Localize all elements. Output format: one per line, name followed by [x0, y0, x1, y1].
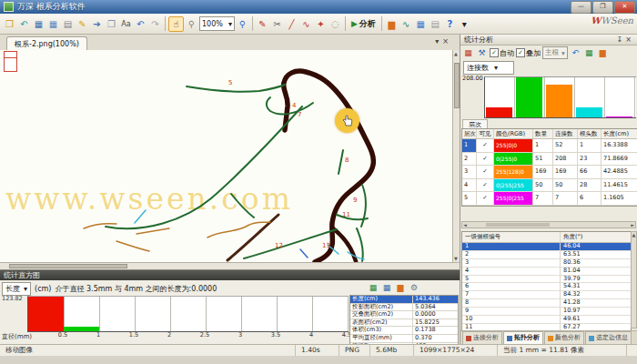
save-icon[interactable]: ▦ — [32, 17, 46, 31]
export-icon[interactable]: ➔ — [90, 17, 104, 31]
table-icon[interactable]: ▦ — [414, 17, 428, 31]
curve-tool-icon[interactable]: ∿ — [299, 17, 313, 31]
text-tool-icon[interactable]: Aa — [119, 17, 133, 31]
undo-icon[interactable]: ↶ — [134, 17, 147, 31]
level-table-row[interactable]: 3 ✓ 255|128|0 169 169 66 42.4885 — [462, 166, 637, 179]
chart-icon[interactable]: ▆ — [395, 282, 406, 293]
panel-vertical-scrollbar[interactable]: ▲ — [631, 231, 637, 329]
tab-close-icon[interactable]: × — [442, 37, 452, 46]
panel-horizontal-scrollbar[interactable]: ◄ ► — [461, 221, 636, 228]
annotate-icon[interactable]: ✎ — [76, 17, 89, 31]
chart-icon[interactable]: ▆ — [597, 47, 609, 59]
app-window: 万深 根系分析软件 — ❐ ✕ ❐ ↶ ▦ ▦ ▤ ✎ ➔ ❐ Aa ↶ ↷ ☝… — [0, 0, 637, 364]
color-swatch: 0|255|255 — [494, 179, 533, 192]
close-button[interactable]: ✕ — [614, 1, 635, 14]
bar-chart-icon[interactable]: ▆ — [385, 17, 399, 31]
angle-table-row[interactable]: 146.04 — [462, 243, 631, 251]
tab-topology-analysis[interactable]: 拓扑分析 — [503, 331, 543, 344]
status-dimensions: 1099×1775×24 — [414, 345, 498, 356]
root-type-combo[interactable]: 主根▾ — [542, 46, 568, 59]
copy-icon[interactable]: ❐ — [105, 17, 118, 31]
cut-icon[interactable]: ✂ — [270, 17, 284, 31]
open-icon[interactable]: ❐ — [3, 17, 16, 31]
settings-gear-icon[interactable]: ⚙ — [409, 282, 420, 293]
mark-tool-icon[interactable]: ✦ — [314, 17, 328, 31]
scroll-down-icon[interactable]: ▼ — [454, 256, 458, 261]
pencil-icon[interactable]: ✎ — [256, 17, 269, 31]
angle-table-row[interactable]: 263.51 — [462, 251, 631, 259]
window-bottom-edge — [0, 356, 637, 364]
chart-metric-combo[interactable]: 连接数 ▾ — [463, 61, 514, 75]
legend-icon[interactable]: ▦ — [462, 47, 474, 59]
stats-row[interactable]: 体积(cm3)0.1738 — [350, 327, 458, 335]
fine-root-blue — [300, 249, 308, 258]
zoom-out-icon[interactable]: ⚲ — [185, 17, 198, 31]
auto-checkbox[interactable]: ✓自动 — [490, 48, 514, 58]
angle-table-row[interactable]: 539.79 — [462, 276, 631, 284]
angle-table-row[interactable]: 910.97 — [462, 308, 631, 316]
metric-combo[interactable]: 长度 ▾ — [2, 282, 31, 296]
scrollbar-thumb[interactable] — [9, 264, 127, 268]
redo-icon[interactable]: ↷ — [148, 17, 162, 31]
zoom-level-combo[interactable]: 100% ▾ — [199, 16, 235, 31]
stats-row[interactable]: 投影面积(cm2)5.0364 — [350, 304, 458, 312]
minimize-button[interactable]: — — [571, 1, 592, 14]
save-as-icon[interactable]: ▦ — [46, 17, 60, 31]
export-excel-icon[interactable]: ▦ — [368, 282, 379, 293]
checkbox-icon: ✓ — [477, 179, 494, 192]
stats-row[interactable]: 交叠面积(cm2)0.0000 — [350, 311, 458, 319]
level-table-row[interactable]: 4 ✓ 0|255|255 50 50 28 11.4615 — [462, 179, 637, 193]
stats-row[interactable]: 表面积(cm2)15.8225 — [350, 319, 458, 328]
checkbox-icon: ✓ — [477, 192, 494, 205]
zoom-in-icon[interactable]: ⚲ — [236, 17, 249, 31]
stats-curve-icon[interactable]: ∿ — [399, 17, 413, 31]
erase-tool-icon[interactable]: ◌ — [329, 17, 342, 31]
canvas-vertical-scrollbar[interactable]: ▲ ▼ — [452, 50, 460, 262]
overlay-checkbox[interactable]: ✓叠加 — [516, 48, 541, 58]
print-icon[interactable]: ▤ — [61, 17, 75, 31]
panel-close-icon[interactable]: × — [625, 35, 634, 44]
document-tab[interactable]: 根系-2.png(100%) — [6, 36, 87, 51]
label-icon[interactable]: ⚒ — [476, 47, 488, 59]
statistics-panel: 统计分析 ↧× ▦ ⚒ ✓自动 ✓叠加 主根▾ ↶ ▦ ▆ 连接数 ▾ 208.… — [460, 35, 637, 344]
angle-table-row[interactable]: 841.28 — [462, 299, 631, 308]
analysis-tabs: 连接分析 拓扑分析 颜色分析 选定边信息 — [460, 330, 637, 344]
pin-icon[interactable]: ↧ — [617, 35, 626, 44]
stats-row[interactable]: 长度(cm)143.436 — [350, 296, 458, 304]
tab-connection-analysis[interactable]: 连接分析 — [462, 331, 502, 344]
scroll-up-icon[interactable]: ▲ — [454, 51, 458, 56]
lateral-roots-green — [106, 85, 368, 261]
export-excel-icon[interactable]: ▦ — [583, 47, 595, 59]
image-canvas[interactable]: www.wseen.com — [0, 50, 452, 262]
level-table-row[interactable]: 2 ✓ 0|255|0 51 208 23 71.8669 — [462, 153, 637, 167]
angle-table-row[interactable]: 481.04 — [462, 268, 631, 276]
maximize-button[interactable]: ❐ — [592, 1, 613, 14]
chevron-down-icon[interactable]: ▾ — [458, 17, 471, 31]
analyze-button[interactable]: ▶ 分析 — [349, 18, 379, 30]
tab-icon — [548, 336, 553, 341]
checkbox-icon: ✓ — [477, 153, 494, 166]
angle-table-row[interactable]: 654.31 — [462, 283, 631, 291]
tab-selected-edge-info[interactable]: 选定边信息 — [585, 331, 632, 344]
angle-table-row[interactable]: 784.32 — [462, 291, 631, 299]
revert-icon[interactable]: ↶ — [17, 17, 31, 31]
help-icon[interactable]: ? — [443, 17, 457, 31]
save-stats-icon[interactable]: ▦ — [381, 282, 392, 293]
stats-row[interactable]: 平均直径(mm)0.370 — [350, 335, 458, 343]
status-tool-hint: 移动图像 — [0, 345, 296, 356]
level-table-row[interactable]: 5 ✓ 255|0|255 7 7 6 1.1605 — [462, 192, 637, 206]
hand-tool-icon[interactable]: ☝ — [168, 16, 184, 32]
tab-color-analysis[interactable]: 颜色分析 — [544, 331, 584, 344]
refresh-icon[interactable]: ↶ — [570, 47, 581, 59]
scrollbar-thumb[interactable] — [486, 223, 550, 227]
chart-bar — [546, 85, 572, 117]
angle-table-row[interactable]: 380.36 — [462, 259, 631, 268]
grid-icon[interactable]: ▤ — [429, 17, 442, 31]
canvas-horizontal-scrollbar[interactable] — [0, 262, 460, 269]
root-label: 7 — [298, 112, 301, 118]
line-tool-icon[interactable]: ╱ — [285, 17, 298, 31]
angle-table-row[interactable]: 1049.61 — [462, 316, 631, 324]
chevron-down-icon: ▾ — [228, 20, 232, 28]
tab-controls[interactable]: ▾× — [435, 37, 452, 46]
level-table-row[interactable]: 1 ✓ 255|0|0 1 52 1 16.3388 — [462, 139, 637, 153]
